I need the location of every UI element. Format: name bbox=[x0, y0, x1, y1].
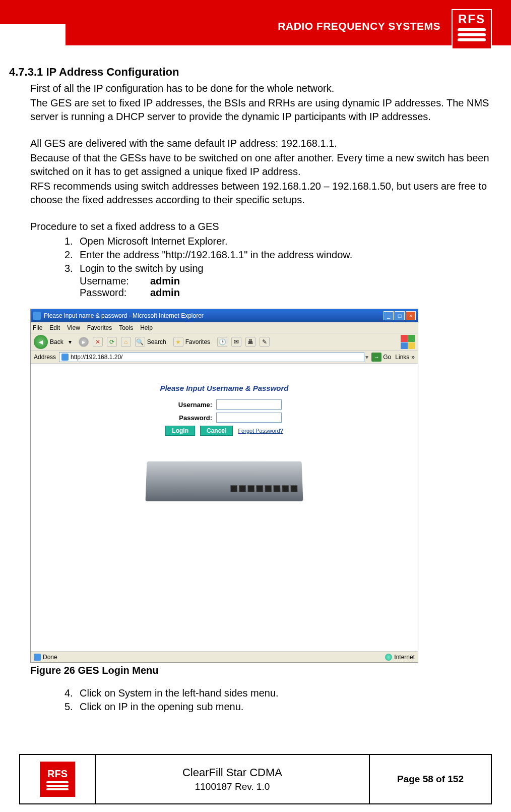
status-done: Done bbox=[43, 654, 57, 661]
password-value: admin bbox=[150, 287, 180, 299]
list-item: 4. Click on System in the left-hand side… bbox=[65, 686, 491, 700]
button-row: Login Cancel Forgot Password? bbox=[134, 426, 315, 436]
status-zone: Internet bbox=[394, 654, 415, 661]
ie-menubar: File Edit View Favorites Tools Help bbox=[31, 322, 418, 333]
paragraph: Because of that the GESs have to be swit… bbox=[30, 151, 491, 179]
section-title: IP Address Configuration bbox=[46, 66, 179, 78]
username-label: Username: bbox=[80, 275, 150, 287]
back-button[interactable]: ◄ bbox=[34, 335, 48, 349]
search-icon[interactable]: 🔍 bbox=[135, 337, 145, 347]
list-number: 3. bbox=[65, 262, 80, 275]
footer-title: ClearFill Star CDMA bbox=[182, 766, 282, 779]
footer-logo-text: RFS bbox=[47, 768, 68, 780]
footer-page-cell: Page 58 of 152 bbox=[370, 755, 491, 803]
page-icon bbox=[34, 654, 41, 661]
list-number: 5. bbox=[65, 700, 80, 714]
search-label[interactable]: Search bbox=[147, 338, 166, 345]
ie-addressbar: Address http://192.168.1.20/ ▾ → Go Link… bbox=[31, 351, 418, 364]
password-label: Password: bbox=[80, 287, 150, 299]
password-input[interactable] bbox=[216, 413, 282, 423]
section-heading: 4.7.3.1 IP Address Configuration bbox=[9, 66, 491, 79]
address-input[interactable]: http://192.168.1.20/ bbox=[59, 352, 364, 362]
back-label[interactable]: Back bbox=[50, 338, 63, 345]
footer-rfs-logo: RFS bbox=[40, 762, 75, 797]
list-item: 5. Click on IP in the opening sub menu. bbox=[65, 700, 491, 714]
username-value: admin bbox=[150, 275, 180, 287]
wave-line-icon bbox=[458, 28, 486, 31]
menu-help[interactable]: Help bbox=[140, 324, 153, 331]
ie-statusbar: Done Internet bbox=[31, 651, 418, 662]
procedure-list: 1. Open Microsoft Internet Explorer. 2. … bbox=[65, 235, 491, 275]
menu-file[interactable]: File bbox=[33, 324, 42, 331]
minimize-button[interactable]: _ bbox=[384, 311, 394, 320]
address-value: http://192.168.1.20/ bbox=[71, 354, 122, 361]
page-footer: RFS ClearFill Star CDMA 1100187 Rev. 1.0… bbox=[19, 754, 492, 804]
menu-favorites[interactable]: Favorites bbox=[87, 324, 112, 331]
menu-view[interactable]: View bbox=[67, 324, 80, 331]
dropdown-icon[interactable]: ▾ bbox=[365, 354, 368, 361]
username-input[interactable] bbox=[216, 399, 282, 410]
edit-icon[interactable]: ✎ bbox=[260, 337, 270, 347]
page-icon bbox=[61, 354, 69, 361]
menu-tools[interactable]: Tools bbox=[119, 324, 133, 331]
list-text: Click on IP in the opening sub menu. bbox=[80, 700, 243, 714]
paragraph: The GES are set to fixed IP addresses, t… bbox=[30, 96, 491, 124]
favorites-icon[interactable]: ★ bbox=[173, 337, 183, 347]
links-expand-icon[interactable]: » bbox=[411, 354, 415, 361]
procedure-title: Procedure to set a fixed address to a GE… bbox=[30, 220, 491, 234]
globe-icon bbox=[385, 654, 392, 661]
go-label[interactable]: Go bbox=[383, 354, 391, 361]
page-content: 4.7.3.1 IP Address Configuration First o… bbox=[0, 66, 511, 714]
list-number: 1. bbox=[65, 235, 80, 248]
refresh-icon[interactable]: ⟳ bbox=[107, 337, 117, 347]
procedure-list-continued: 4. Click on System in the left-hand side… bbox=[65, 686, 491, 714]
paragraph: RFS recommends using switch addresses be… bbox=[30, 180, 491, 207]
wave-line-icon bbox=[46, 788, 69, 790]
maximize-button[interactable]: □ bbox=[395, 311, 405, 320]
menu-edit[interactable]: Edit bbox=[49, 324, 60, 331]
username-field-label: Username: bbox=[167, 401, 212, 409]
header-cutout bbox=[0, 24, 66, 45]
favorites-label[interactable]: Favorites bbox=[185, 338, 210, 345]
login-title: Please Input Username & Password bbox=[134, 384, 315, 392]
brand-text: RADIO FREQUENCY SYSTEMS bbox=[278, 20, 440, 32]
ie-icon bbox=[33, 312, 41, 320]
rfs-logo-text: RFS bbox=[458, 12, 485, 26]
list-text: Click on System in the left-hand sides m… bbox=[80, 686, 279, 700]
close-button[interactable]: × bbox=[406, 311, 416, 320]
go-button[interactable]: → bbox=[371, 353, 381, 362]
list-text: Login to the switch by using bbox=[80, 262, 204, 275]
cancel-button[interactable]: Cancel bbox=[200, 426, 233, 436]
mail-icon[interactable]: ✉ bbox=[231, 337, 241, 347]
list-item: 1. Open Microsoft Internet Explorer. bbox=[65, 235, 491, 248]
browser-screenshot: Please input name & password - Microsoft… bbox=[30, 309, 418, 663]
list-item: 3. Login to the switch by using bbox=[65, 262, 491, 275]
print-icon[interactable]: 🖶 bbox=[245, 337, 256, 347]
wave-line-icon bbox=[46, 785, 69, 787]
credential-password: Password: admin bbox=[80, 287, 491, 299]
forward-icon[interactable]: ▸ bbox=[79, 337, 89, 347]
home-icon[interactable]: ⌂ bbox=[121, 337, 131, 347]
rfs-logo: RFS bbox=[452, 9, 492, 49]
links-label[interactable]: Links bbox=[395, 354, 409, 361]
ie-body: Please Input Username & Password Usernam… bbox=[31, 364, 418, 651]
switch-device-image bbox=[146, 461, 303, 501]
windows-flag-icon bbox=[401, 335, 415, 349]
section-number: 4.7.3.1 bbox=[9, 66, 43, 78]
list-text: Enter the address "http://192.168.1.1" i… bbox=[80, 248, 352, 262]
ie-titlebar: Please input name & password - Microsoft… bbox=[31, 309, 418, 322]
footer-subtitle: 1100187 Rev. 1.0 bbox=[195, 781, 270, 792]
switch-ports-icon bbox=[230, 485, 298, 492]
list-item: 2. Enter the address "http://192.168.1.1… bbox=[65, 248, 491, 262]
stop-icon[interactable]: ✕ bbox=[93, 337, 103, 347]
wave-line-icon bbox=[458, 33, 486, 36]
footer-title-cell: ClearFill Star CDMA 1100187 Rev. 1.0 bbox=[96, 755, 370, 803]
password-row: Password: bbox=[134, 413, 315, 423]
credential-username: Username: admin bbox=[80, 275, 491, 287]
list-number: 4. bbox=[65, 686, 80, 700]
login-button[interactable]: Login bbox=[165, 426, 195, 436]
history-icon[interactable]: 🕒 bbox=[217, 337, 227, 347]
paragraph: First of all the IP configuration has to… bbox=[30, 82, 491, 95]
paragraph: All GES are delivered with the same defa… bbox=[30, 137, 491, 150]
forgot-password-link[interactable]: Forgot Password? bbox=[238, 428, 283, 434]
